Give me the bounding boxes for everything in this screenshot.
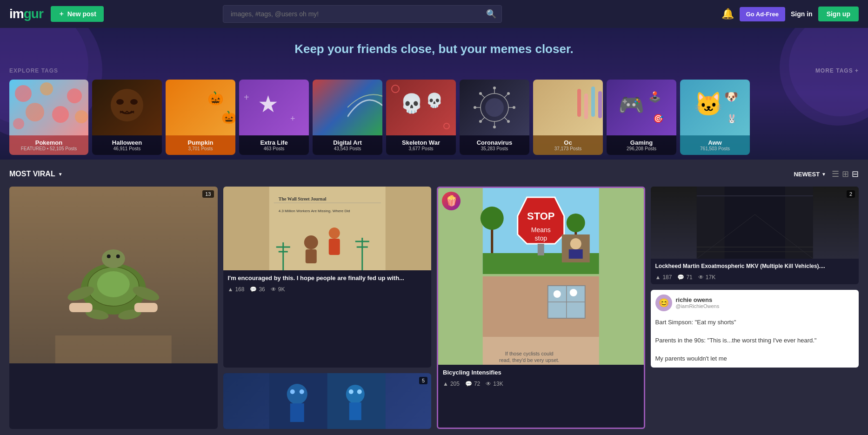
tag-name-extralife: Extra Life bbox=[243, 139, 305, 146]
svg-line-37 bbox=[504, 117, 507, 120]
grid-view-icon[interactable]: ⊞ bbox=[842, 169, 849, 179]
tag-card-coronavirus[interactable]: Coronavirus 35,283 Posts bbox=[460, 80, 529, 155]
svg-point-20 bbox=[444, 123, 449, 129]
tag-meta-pokemon: FEATURED • 52,105 Posts bbox=[13, 146, 85, 151]
svg-point-32 bbox=[479, 92, 482, 95]
go-adfree-button[interactable]: Go Ad-Free bbox=[740, 7, 785, 21]
tag-card-digitalart[interactable]: Digital Art 43,543 Posts bbox=[313, 80, 382, 155]
svg-text:+: + bbox=[244, 92, 249, 102]
svg-rect-96 bbox=[724, 187, 785, 259]
logo[interactable]: imgur bbox=[9, 7, 43, 21]
tag-card-halloween[interactable]: Halloween 46,911 Posts bbox=[92, 80, 162, 155]
view-count: 17K bbox=[706, 274, 715, 281]
section-header: MOST VIRAL ▼ NEWEST ▼ ☰ ⊞ ⊟ bbox=[9, 169, 859, 179]
tag-card-gaming[interactable]: 🎮 🕹️ 🎯 Gaming 296,208 Posts bbox=[607, 80, 676, 155]
hero-section: Keep your friends close, but your memes … bbox=[0, 28, 868, 160]
svg-rect-42 bbox=[598, 91, 602, 118]
svg-point-104 bbox=[287, 384, 307, 404]
comment-count: 71 bbox=[686, 274, 692, 281]
tag-name-skeletonwar: Skeleton War bbox=[390, 139, 452, 146]
main-content: MOST VIRAL ▼ NEWEST ▼ ☰ ⊞ ⊟ bbox=[0, 160, 868, 435]
search-icon: 🔍 bbox=[486, 9, 496, 19]
svg-rect-85 bbox=[569, 249, 583, 259]
svg-text:Means: Means bbox=[531, 226, 551, 234]
svg-rect-73 bbox=[328, 239, 340, 255]
post-card-text-richie[interactable]: 😊 richie owens @iamRichieOwens Bart Simp… bbox=[651, 290, 859, 368]
svg-text:💀: 💀 bbox=[400, 92, 423, 114]
tag-meta-digitalart: 43,543 Posts bbox=[316, 146, 379, 151]
tag-meta-gaming: 296,208 Posts bbox=[610, 146, 673, 151]
upvote-stat-bicycling: ▲ 205 bbox=[443, 381, 460, 387]
post-column-4: 2 Lockheed Martin Exoatmospheric MKV (Mu… bbox=[651, 187, 859, 368]
svg-rect-39 bbox=[577, 89, 581, 117]
upvote-icon: ▲ bbox=[443, 381, 448, 387]
username: richie owens bbox=[676, 296, 720, 303]
section-title: MOST VIRAL ▼ bbox=[9, 170, 63, 178]
svg-point-84 bbox=[570, 238, 581, 249]
svg-point-28 bbox=[474, 106, 476, 109]
posts-grid: 13 The Wall Street Journal 4.3 Million W… bbox=[9, 187, 859, 429]
svg-text:stop: stop bbox=[535, 234, 548, 242]
svg-point-0 bbox=[15, 85, 32, 102]
svg-rect-40 bbox=[584, 94, 588, 119]
post-card-lockheed[interactable]: 2 Lockheed Martin Exoatmospheric MKV (Mu… bbox=[651, 187, 859, 284]
post-badge-5: 5 bbox=[419, 377, 427, 384]
tag-card-skeletonwar[interactable]: 💀 💀 Skeleton War 3,677 Posts bbox=[386, 80, 456, 155]
most-viral-chevron[interactable]: ▼ bbox=[58, 172, 63, 177]
comment-icon: 💬 bbox=[465, 381, 472, 387]
svg-rect-65 bbox=[55, 335, 172, 363]
tag-card-oc[interactable]: Oc 37,173 Posts bbox=[533, 80, 603, 155]
view-icon-eye: 👁 bbox=[271, 286, 276, 293]
post-stats-bicycling: ▲ 205 💬 72 👁 13K bbox=[438, 379, 644, 391]
svg-rect-41 bbox=[591, 87, 595, 117]
post-card-newspaper[interactable]: The Wall Street Journal 4.3 Million Work… bbox=[223, 187, 432, 368]
view-icons: ☰ ⊞ ⊟ bbox=[832, 169, 859, 179]
svg-point-56 bbox=[102, 249, 125, 268]
post-card-robots[interactable]: 5 bbox=[223, 373, 432, 429]
svg-point-8 bbox=[116, 99, 124, 105]
svg-point-110 bbox=[357, 389, 361, 394]
svg-point-77 bbox=[567, 214, 585, 232]
svg-point-58 bbox=[116, 254, 120, 258]
tag-card-pokemon[interactable]: Pokemon FEATURED • 52,105 Posts bbox=[9, 80, 88, 155]
text-post-header: 😊 richie owens @iamRichieOwens bbox=[651, 290, 859, 316]
new-post-button[interactable]: ＋ New post bbox=[51, 6, 104, 22]
svg-point-19 bbox=[392, 85, 399, 93]
tag-card-pumpkin[interactable]: 🎃 🎃 🎃 🎃 Pumpkin 3,701 Posts bbox=[166, 80, 235, 155]
masonry-view-icon[interactable]: ⊟ bbox=[852, 169, 859, 179]
svg-point-1 bbox=[40, 82, 53, 95]
list-view-icon[interactable]: ☰ bbox=[832, 169, 839, 179]
tag-card-extralife[interactable]: ★ + + Extra Life 463 Posts bbox=[239, 80, 309, 155]
tag-card-aww[interactable]: 🐱 🐶 🐰 Aww 761,503 Posts bbox=[680, 80, 750, 155]
tag-name-pumpkin: Pumpkin bbox=[169, 139, 232, 146]
post-card-turtle[interactable]: 13 bbox=[9, 187, 218, 429]
svg-rect-64 bbox=[134, 303, 158, 312]
comment-icon: 💬 bbox=[677, 274, 684, 281]
header-right: 🔔 Go Ad-Free Sign in Sign up bbox=[721, 7, 859, 21]
post-card-bicycling[interactable]: 🍿 STOP Means stop bbox=[437, 187, 645, 429]
svg-text:The Wall Street Journal: The Wall Street Journal bbox=[278, 196, 326, 201]
view-count: 9K bbox=[278, 286, 285, 293]
signup-button[interactable]: Sign up bbox=[818, 7, 859, 21]
comment-stat: 💬 36 bbox=[250, 286, 265, 293]
sort-newest[interactable]: NEWEST ▼ bbox=[794, 171, 826, 178]
svg-point-106 bbox=[299, 389, 304, 394]
tags-grid: Pokemon FEATURED • 52,105 Posts Hallowee… bbox=[9, 80, 859, 155]
signin-button[interactable]: Sign in bbox=[791, 10, 813, 18]
search-input[interactable] bbox=[223, 5, 502, 23]
feed-section-title: MOST VIRAL bbox=[9, 170, 55, 178]
svg-text:🐱: 🐱 bbox=[694, 90, 723, 118]
view-icon-eye: 👁 bbox=[486, 381, 491, 387]
plus-icon: ＋ bbox=[58, 10, 65, 18]
tag-meta-oc: 37,173 Posts bbox=[537, 146, 599, 151]
more-tags-link[interactable]: MORE TAGS + bbox=[815, 67, 859, 74]
svg-point-4 bbox=[52, 106, 69, 123]
upvote-stat: ▲ 168 bbox=[228, 286, 245, 293]
tag-meta-aww: 761,503 Posts bbox=[684, 146, 746, 151]
svg-text:🕹️: 🕹️ bbox=[648, 91, 661, 103]
svg-point-76 bbox=[481, 207, 504, 230]
notification-icon[interactable]: 🔔 bbox=[721, 8, 734, 20]
new-post-label: New post bbox=[67, 10, 96, 18]
svg-text:🎮: 🎮 bbox=[618, 93, 645, 118]
svg-text:💀: 💀 bbox=[426, 92, 443, 109]
